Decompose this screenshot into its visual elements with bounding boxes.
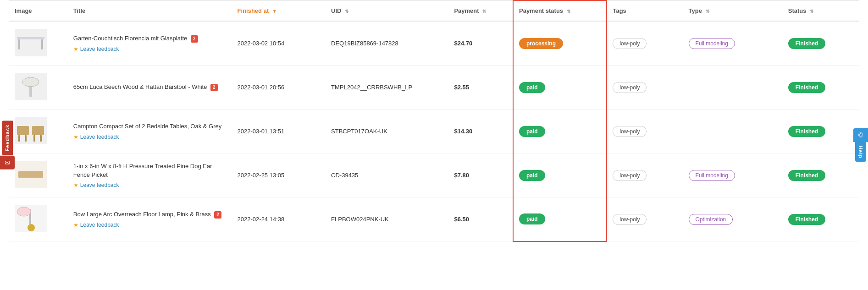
svg-rect-7 xyxy=(29,86,32,97)
col-header-status[interactable]: Status ⇅ xyxy=(783,0,859,21)
leave-feedback-label: Leave feedback xyxy=(80,134,119,140)
cell-finished-at: 2022-03-02 10:54 xyxy=(232,21,326,66)
leave-feedback-label: Leave feedback xyxy=(80,222,119,228)
col-header-title: Title xyxy=(68,0,232,21)
cell-uid: CD-39435 xyxy=(326,153,448,197)
cell-uid: STBCPT017OAK-UK xyxy=(326,109,448,153)
payment-amount: $7.80 xyxy=(454,172,469,179)
payment-amount: $14.30 xyxy=(454,128,472,135)
cell-payment: $7.80 xyxy=(448,153,513,197)
payment-status-badge: paid xyxy=(519,126,545,137)
tag-badge: low-poly xyxy=(613,126,647,137)
product-title: Campton Compact Set of 2 Bedside Tables,… xyxy=(73,122,227,131)
leave-feedback-link[interactable]: ★ Leave feedback xyxy=(73,182,227,188)
status-badge: Finished xyxy=(788,38,825,49)
svg-rect-3 xyxy=(41,39,43,49)
cell-type: Full modeling xyxy=(683,21,783,66)
cell-uid: FLPBOW024PNK-UK xyxy=(326,197,448,241)
type-badge: Optimization xyxy=(689,214,733,225)
tag-badge: low-poly xyxy=(613,214,647,225)
page-wrapper: Feedback ✉ © Help Image Title Finished a… xyxy=(0,0,868,290)
status-badge: Finished xyxy=(788,170,825,181)
svg-rect-12 xyxy=(25,135,27,142)
col-header-payment-status[interactable]: Payment status ⇅ xyxy=(513,0,607,21)
table-row: Campton Compact Set of 2 Bedside Tables,… xyxy=(9,109,859,153)
cell-payment-status: paid xyxy=(513,153,607,197)
col-header-finished-at[interactable]: Finished at ▼ xyxy=(232,0,326,21)
payment-status-badge: processing xyxy=(519,38,563,49)
cell-tags: low-poly xyxy=(607,197,683,241)
cell-title: Campton Compact Set of 2 Bedside Tables,… xyxy=(68,109,232,153)
status-badge: Finished xyxy=(788,82,825,93)
cell-tags: low-poly xyxy=(607,21,683,66)
badge-count: 2 xyxy=(210,84,218,91)
table-row: Garten-Couchtisch Florencia mit Glasplat… xyxy=(9,21,859,66)
leave-feedback-link[interactable]: ★ Leave feedback xyxy=(73,222,227,228)
product-title: Garten-Couchtisch Florencia mit Glasplat… xyxy=(73,34,227,43)
cell-uid: DEQ19BIZ85869-147828 xyxy=(326,21,448,66)
cell-type: Full modeling xyxy=(683,153,783,197)
product-title: 1-in x 6-in W x 8-ft H Pressure Treated … xyxy=(73,162,227,179)
sort-icon-finished: ▼ xyxy=(272,9,277,14)
cell-status: Finished xyxy=(783,153,859,197)
tag-badge: low-poly xyxy=(613,170,647,181)
svg-point-22 xyxy=(17,207,31,216)
cell-status: Finished xyxy=(783,197,859,241)
sort-icon-type: ⇅ xyxy=(706,9,709,14)
cell-payment: $2.55 xyxy=(448,66,513,109)
product-title: Bow Large Arc Overreach Floor Lamp, Pink… xyxy=(73,210,227,219)
finished-at-value: 2022-02-24 14:38 xyxy=(238,216,285,223)
payment-amount: $6.50 xyxy=(454,216,469,223)
feedback-side-tab[interactable]: Feedback ✉ xyxy=(0,120,15,170)
cell-title: 65cm Luca Beech Wood & Rattan Barstool -… xyxy=(68,66,232,109)
svg-rect-17 xyxy=(18,171,43,178)
cell-finished-at: 2022-02-24 14:38 xyxy=(232,197,326,241)
svg-rect-13 xyxy=(32,126,44,135)
leave-feedback-link[interactable]: ★ Leave feedback xyxy=(73,134,227,140)
svg-rect-4 xyxy=(17,37,44,39)
cell-finished-at: 2022-03-01 20:56 xyxy=(232,66,326,109)
table-row: 65cm Luca Beech Wood & Rattan Barstool -… xyxy=(9,66,859,109)
svg-rect-15 xyxy=(40,135,42,142)
col-header-type[interactable]: Type ⇅ xyxy=(683,0,783,21)
help-side-tab[interactable]: © Help xyxy=(853,128,868,162)
help-tab-label[interactable]: Help xyxy=(855,142,866,162)
cell-tags: low-poly xyxy=(607,66,683,109)
leave-feedback-label: Leave feedback xyxy=(80,182,119,188)
col-header-payment[interactable]: Payment ⇅ xyxy=(448,0,513,21)
star-icon: ★ xyxy=(73,134,78,140)
svg-rect-2 xyxy=(18,39,20,49)
orders-table: Image Title Finished at ▼ UID ⇅ Payment xyxy=(9,0,859,242)
leave-feedback-label: Leave feedback xyxy=(80,46,119,52)
svg-rect-11 xyxy=(18,135,20,142)
cell-payment-status: paid xyxy=(513,197,607,241)
cell-title: Garten-Couchtisch Florencia mit Glasplat… xyxy=(68,21,232,66)
cell-type xyxy=(683,66,783,109)
cell-image xyxy=(9,153,68,197)
badge-count: 2 xyxy=(214,211,221,219)
cell-payment: $24.70 xyxy=(448,21,513,66)
payment-status-badge: paid xyxy=(519,213,545,224)
table-row: 1-in x 6-in W x 8-ft H Pressure Treated … xyxy=(9,153,859,197)
feedback-icon[interactable]: ✉ xyxy=(0,156,15,170)
type-badge: Full modeling xyxy=(689,38,735,49)
cell-status: Finished xyxy=(783,21,859,66)
sort-icon-payment: ⇅ xyxy=(482,9,486,14)
col-header-uid[interactable]: UID ⇅ xyxy=(326,0,448,21)
star-icon: ★ xyxy=(73,182,78,188)
cell-payment: $14.30 xyxy=(448,109,513,153)
finished-at-value: 2022-03-02 10:54 xyxy=(238,40,285,47)
uid-value: FLPBOW024PNK-UK xyxy=(331,216,389,223)
cell-image xyxy=(9,109,68,153)
cell-payment-status: paid xyxy=(513,66,607,109)
status-badge: Finished xyxy=(788,126,825,137)
svg-rect-10 xyxy=(17,126,29,135)
finished-at-value: 2022-03-01 13:51 xyxy=(238,128,285,135)
help-icon[interactable]: © xyxy=(853,128,868,142)
cell-uid: TMPL2042__CRRBSWHB_LP xyxy=(326,66,448,109)
feedback-tab-label[interactable]: Feedback xyxy=(2,120,13,155)
leave-feedback-link[interactable]: ★ Leave feedback xyxy=(73,46,227,52)
payment-amount: $2.55 xyxy=(454,84,469,91)
cell-image xyxy=(9,197,68,241)
uid-value: TMPL2042__CRRBSWHB_LP xyxy=(331,84,412,91)
